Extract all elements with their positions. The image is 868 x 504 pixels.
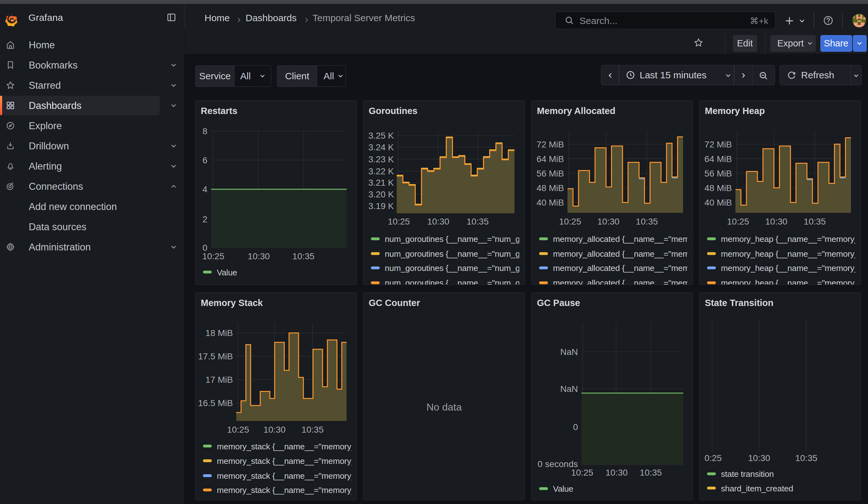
svg-text:10:30: 10:30 [748,453,770,463]
svg-text:memory_stack {__name__="memory: memory_stack {__name__="memory_s [217,456,357,466]
svg-text:memory_allocated {__name__="me: memory_allocated {__name__="memo [553,278,693,285]
svg-text:40 MiB: 40 MiB [537,197,564,207]
svg-text:17.5 MiB: 17.5 MiB [198,351,233,361]
svg-text:Value: Value [217,267,237,277]
svg-text:memory_heap {__name__="memory_: memory_heap {__name__="memory_h [721,234,861,244]
svg-text:10:25: 10:25 [727,217,749,226]
svg-text:10:25: 10:25 [388,217,410,226]
svg-text:0:25: 0:25 [704,453,722,463]
svg-text:10:30: 10:30 [427,217,450,226]
svg-text:48 MiB: 48 MiB [537,183,564,193]
svg-text:memory_stack {__name__="memory: memory_stack {__name__="memory_s [217,471,357,481]
svg-text:10:30: 10:30 [765,217,787,226]
svg-text:memory_stack {__name__="memory: memory_stack {__name__="memory_s [217,442,357,451]
svg-text:64 MiB: 64 MiB [704,154,732,164]
svg-text:Value: Value [553,484,573,494]
svg-text:num_goroutines {__name__="num_: num_goroutines {__name__="num_go [385,234,525,244]
svg-text:18 MiB: 18 MiB [206,328,233,338]
svg-text:3.20 K: 3.20 K [368,189,394,199]
svg-text:16.5 MiB: 16.5 MiB [198,398,233,408]
svg-text:10:30: 10:30 [248,251,270,261]
svg-text:56 MiB: 56 MiB [537,168,564,178]
svg-text:10:30: 10:30 [598,217,620,226]
svg-text:memory_heap {__name__="memory_: memory_heap {__name__="memory_h [721,278,861,285]
svg-text:10:30: 10:30 [606,468,628,477]
svg-text:10:25: 10:25 [559,217,581,226]
svg-text:num_goroutines {__name__="num_: num_goroutines {__name__="num_go [385,278,525,285]
svg-text:72 MiB: 72 MiB [537,139,564,149]
svg-text:10:35: 10:35 [301,425,323,434]
svg-text:10:35: 10:35 [640,468,662,477]
svg-text:72 MiB: 72 MiB [704,139,732,149]
svg-text:10:30: 10:30 [264,425,286,434]
svg-text:10:35: 10:35 [292,251,314,261]
svg-text:state transition: state transition [721,469,774,479]
svg-text:64 MiB: 64 MiB [537,154,564,164]
svg-text:No data: No data [426,401,462,413]
svg-text:memory_allocated {__name__="me: memory_allocated {__name__="memo [553,263,693,273]
svg-text:3.19 K: 3.19 K [368,201,394,210]
svg-text:10:35: 10:35 [466,217,489,226]
svg-text:10:35: 10:35 [804,217,826,226]
svg-text:6: 6 [202,155,207,165]
svg-text:memory_allocated {__name__="me: memory_allocated {__name__="memo [553,249,693,259]
svg-text:memory_allocated {__name__="me: memory_allocated {__name__="memo [553,234,693,244]
svg-text:0: 0 [573,422,578,432]
svg-text:8: 8 [202,126,207,136]
svg-text:3.21 K: 3.21 K [368,178,394,187]
svg-text:2: 2 [202,214,207,224]
svg-text:10:25: 10:25 [227,425,249,434]
svg-text:3.23 K: 3.23 K [368,154,394,164]
svg-text:56 MiB: 56 MiB [704,168,732,178]
svg-text:10:35: 10:35 [795,453,817,463]
svg-text:NaN: NaN [560,384,578,394]
svg-text:shard_item_created: shard_item_created [721,484,793,493]
svg-text:10:25: 10:25 [571,468,593,477]
svg-text:4: 4 [202,184,207,194]
svg-text:num_goroutines {__name__="num_: num_goroutines {__name__="num_go [385,263,525,273]
svg-text:3.25 K: 3.25 K [368,131,394,141]
svg-text:3.24 K: 3.24 K [368,142,394,152]
svg-text:memory_stack {__name__="memory: memory_stack {__name__="memory_s [217,485,357,495]
svg-text:num_goroutines {__name__="num_: num_goroutines {__name__="num_go [385,249,525,259]
svg-text:memory_heap {__name__="memory_: memory_heap {__name__="memory_h [721,263,861,273]
svg-text:NaN: NaN [560,347,578,357]
svg-text:10:35: 10:35 [636,217,658,226]
svg-text:48 MiB: 48 MiB [704,183,732,193]
svg-text:3.22 K: 3.22 K [368,166,394,176]
svg-text:memory_heap {__name__="memory_: memory_heap {__name__="memory_h [721,249,861,259]
svg-text:10:25: 10:25 [202,251,225,261]
svg-text:40 MiB: 40 MiB [704,197,732,207]
svg-text:17 MiB: 17 MiB [206,375,233,384]
